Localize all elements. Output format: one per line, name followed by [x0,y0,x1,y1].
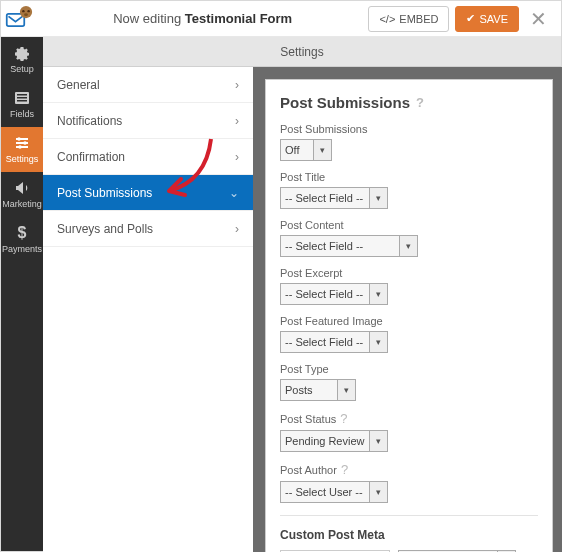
chevron-right-icon: › [235,114,239,128]
save-button[interactable]: ✔ SAVE [455,6,519,32]
chevron-right-icon: › [235,78,239,92]
settings-menu: General›Notifications›Confirmation›Post … [43,67,253,552]
menu-item-label: General [57,78,100,92]
chevron-down-icon[interactable]: ▾ [314,139,332,161]
rail-setup[interactable]: Setup [1,37,43,82]
field-post-excerpt: Post Excerpt-- Select Field --▾ [280,267,538,305]
menu-confirmation[interactable]: Confirmation› [43,139,253,175]
field-select[interactable]: Off [280,139,314,161]
field-label: Post Status ? [280,411,538,426]
rail-fields[interactable]: Fields [1,82,43,127]
field-label: Post Content [280,219,538,231]
close-button[interactable]: ✕ [525,7,551,31]
field-label: Post Excerpt [280,267,538,279]
field-select[interactable]: -- Select Field -- [280,187,370,209]
field-post-content: Post Content-- Select Field --▾ [280,219,538,257]
svg-point-1 [20,5,32,17]
chevron-down-icon[interactable]: ▾ [370,481,388,503]
chevron-down-icon[interactable]: ▾ [338,379,356,401]
menu-item-label: Notifications [57,114,122,128]
sub-header: Settings [43,37,561,67]
field-post-status: Post Status ?Pending Review▾ [280,411,538,452]
svg-point-3 [27,9,29,11]
svg-point-10 [23,141,27,145]
help-icon[interactable]: ? [416,95,424,110]
field-post-type: Post TypePosts▾ [280,363,538,401]
menu-notifications[interactable]: Notifications› [43,103,253,139]
chevron-down-icon[interactable]: ▾ [370,283,388,305]
field-select[interactable]: -- Select Field -- [280,283,370,305]
svg-point-4 [24,13,28,16]
menu-item-label: Post Submissions [57,186,152,200]
custom-meta-title: Custom Post Meta [280,528,538,542]
svg-rect-7 [17,97,27,99]
rail-settings[interactable]: Settings [1,127,43,172]
chevron-right-icon: › [235,150,239,164]
field-select[interactable]: Posts [280,379,338,401]
help-icon[interactable]: ? [340,411,347,426]
menu-post-submissions[interactable]: Post Submissions⌄ [43,175,253,211]
menu-item-label: Surveys and Polls [57,222,153,236]
settings-panel: Post Submissions ? Post SubmissionsOff▾P… [265,79,553,552]
left-rail: SetupFieldsSettingsMarketing$Payments [1,37,43,551]
chevron-down-icon[interactable]: ▾ [400,235,418,257]
svg-point-9 [17,137,21,141]
menu-surveys-and-polls[interactable]: Surveys and Polls› [43,211,253,247]
chevron-down-icon: ⌄ [229,186,239,200]
field-label: Post Author ? [280,462,538,477]
chevron-down-icon[interactable]: ▾ [370,331,388,353]
code-icon: </> [379,13,395,25]
field-label: Post Title [280,171,538,183]
field-label: Post Submissions [280,123,538,135]
chevron-right-icon: › [235,222,239,236]
svg-point-11 [18,145,22,149]
field-select[interactable]: -- Select User -- [280,481,370,503]
field-post-author: Post Author ?-- Select User --▾ [280,462,538,503]
help-icon[interactable]: ? [341,462,348,477]
chevron-down-icon[interactable]: ▾ [370,430,388,452]
svg-rect-8 [17,100,27,102]
menu-general[interactable]: General› [43,67,253,103]
page-title: Now editing Testimonial Form [37,11,368,26]
svg-rect-6 [17,94,27,96]
field-select[interactable]: Pending Review [280,430,370,452]
field-post-featured-image: Post Featured Image-- Select Field --▾ [280,315,538,353]
field-post-submissions: Post SubmissionsOff▾ [280,123,538,161]
check-icon: ✔ [466,12,475,25]
chevron-down-icon[interactable]: ▾ [370,187,388,209]
field-label: Post Featured Image [280,315,538,327]
svg-point-2 [22,9,24,11]
field-post-title: Post Title-- Select Field --▾ [280,171,538,209]
field-select[interactable]: -- Select Field -- [280,235,400,257]
menu-item-label: Confirmation [57,150,125,164]
field-select[interactable]: -- Select Field -- [280,331,370,353]
rail-payments[interactable]: $Payments [1,217,43,262]
field-label: Post Type [280,363,538,375]
app-logo [1,1,37,37]
rail-marketing[interactable]: Marketing [1,172,43,217]
embed-button[interactable]: </> EMBED [368,6,449,32]
panel-title: Post Submissions ? [280,94,538,111]
